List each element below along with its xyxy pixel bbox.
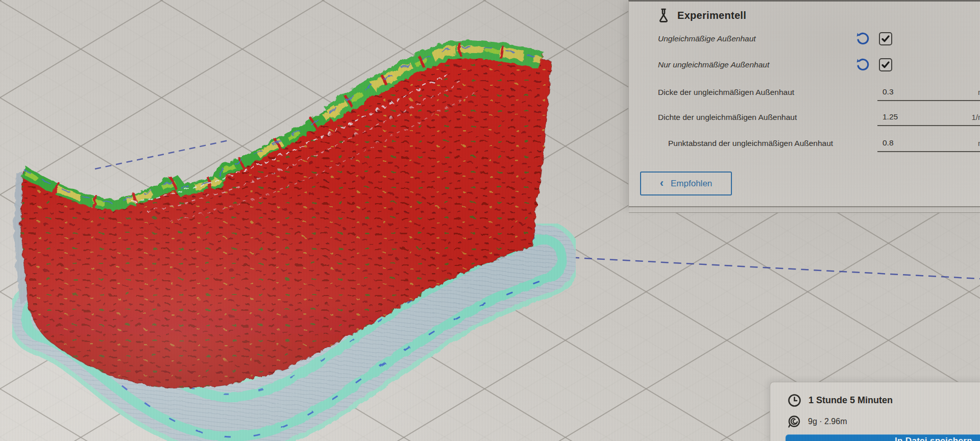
print-settings-panel: Experimentell Ungleichmäßige Außenhaut N… xyxy=(628,0,980,208)
setting-label: Dichte der ungleichmäßigen Außenhaut xyxy=(658,113,797,122)
chevron-left-icon: ‹ xyxy=(660,178,664,189)
checkbox-fuzzy-skin-outside-only[interactable] xyxy=(879,58,892,71)
setting-row-fuzzy-skin-density: Dichte der ungleichmäßigen Außenhaut 1/m… xyxy=(629,109,980,126)
section-header-experimental: Experimentell xyxy=(657,8,746,23)
setting-field: 1/mm xyxy=(877,109,980,126)
setting-unit: 1/mm xyxy=(972,113,980,121)
flask-icon xyxy=(657,8,670,23)
setting-row-fuzzy-skin-thickness: Dicke der ungleichmäßigen Außenhaut mm xyxy=(629,84,980,101)
material-estimate-value: 9g · 2.96m xyxy=(808,417,847,426)
print-time-row: 1 Stunde 5 Minuten xyxy=(788,394,893,407)
print-time-value: 1 Stunde 5 Minuten xyxy=(808,395,893,406)
setting-field: mm xyxy=(877,135,980,152)
spool-icon xyxy=(788,415,801,428)
setting-label: Dicke der ungleichmäßigen Außenhaut xyxy=(658,88,794,97)
clock-icon xyxy=(788,394,801,407)
setting-field: mm xyxy=(877,84,980,101)
reset-arrow-icon[interactable] xyxy=(855,58,870,72)
setting-unit: mm xyxy=(978,139,980,148)
material-estimate-row: 9g · 2.96m xyxy=(788,415,847,428)
save-button-label: In Datei speichern xyxy=(895,436,972,441)
recommended-button-label: Empfohlen xyxy=(671,179,712,189)
print-estimate-panel: 1 Stunde 5 Minuten 9g · 2.96m In Datei s… xyxy=(770,382,980,441)
save-to-file-button[interactable]: In Datei speichern xyxy=(786,434,980,441)
setting-label: Nur ungleichmäßige Außenhaut xyxy=(658,60,769,69)
setting-unit: mm xyxy=(978,88,980,96)
fuzzy-skin-density-input[interactable] xyxy=(877,112,944,121)
setting-label: Ungleichmäßige Außenhaut xyxy=(658,34,756,43)
checkmark-icon xyxy=(881,34,890,43)
cura-app-window: { "panel": { "title": "Experimentell", "… xyxy=(0,0,980,441)
fuzzy-skin-point-distance-input[interactable] xyxy=(877,138,944,148)
section-title: Experimentell xyxy=(677,10,746,21)
reset-arrow-icon[interactable] xyxy=(855,32,870,46)
setting-label: Punktabstand der ungleichmäßigen Außenha… xyxy=(668,139,833,148)
recommended-mode-button[interactable]: ‹ Empfohlen xyxy=(640,172,732,195)
setting-row-fuzzy-skin: Ungleichmäßige Außenhaut xyxy=(629,30,980,47)
setting-row-fuzzy-skin-point-distance: Punktabstand der ungleichmäßigen Außenha… xyxy=(629,135,980,152)
setting-row-fuzzy-skin-outside-only: Nur ungleichmäßige Außenhaut xyxy=(629,56,980,74)
checkbox-fuzzy-skin[interactable] xyxy=(879,32,892,45)
checkmark-icon xyxy=(881,60,890,69)
fuzzy-skin-thickness-input[interactable] xyxy=(877,87,944,96)
